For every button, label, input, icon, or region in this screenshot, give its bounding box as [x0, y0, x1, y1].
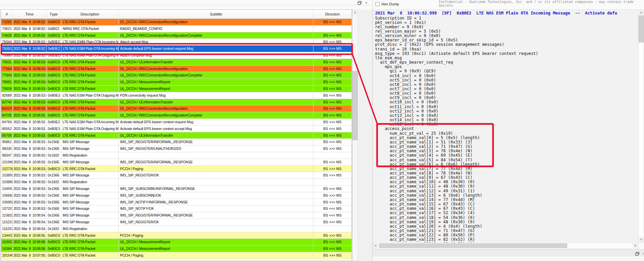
cell-type: 0xB0C0 — [47, 112, 61, 119]
cell-type: 0xB0E3 — [47, 126, 61, 132]
cell-type: 0xB0C0 — [47, 59, 61, 65]
hex-dump-label: Hex Dump — [381, 2, 399, 6]
cell-type: 0xB0C0 — [47, 132, 61, 139]
close-icon[interactable]: × — [364, 1, 369, 5]
cell-time: 2021 Mar 8 10:06:53.016 — [13, 72, 47, 78]
cell-type: 0xB0EC — [47, 39, 61, 45]
log-row[interactable]: 1815402021 Mar 8 10:07:00.2350xB0C0LTE R… — [1, 252, 352, 259]
column-header-type[interactable]: Type — [47, 10, 61, 19]
log-row[interactable]: 790092021 Mar 8 10:06:53.0230xB0C0LTE RR… — [1, 86, 352, 92]
message-detail-content[interactable]: 2021 Mar 8 10:06:52.998 [9F] 0xB0E2 LTE … — [373, 9, 638, 242]
detail-horizontal-scrollbar[interactable]: < > — [373, 243, 638, 249]
log-row[interactable]: 842242021 Mar 8 10:06:53.1300xB0C0LTE RR… — [1, 105, 352, 112]
log-row[interactable]: 1152522021 Mar 8 10:06:54.2790x1832IMS R… — [1, 226, 352, 232]
close-icon[interactable]: × — [642, 252, 644, 256]
cell-direction — [313, 152, 352, 159]
log-row[interactable]: 775642021 Mar 8 10:06:53.0140xB0C0LTE RR… — [1, 66, 352, 72]
column-header-description[interactable]: Description — [61, 10, 119, 19]
log-row[interactable]: 847052021 Mar 8 10:06:53.1320xB0C0LTE RR… — [1, 112, 352, 119]
column-header-subtitle[interactable]: Subtitle — [119, 10, 313, 19]
cell-num: 84224 — [1, 105, 13, 112]
log-row[interactable]: 1027362021 Mar 8 10:06:53.8350xB0C0LTE R… — [1, 166, 352, 172]
cell-subtitle — [119, 226, 313, 232]
cell-description: IMS SIP Message — [61, 145, 119, 152]
cell-direction: BS <<< MS — [313, 59, 352, 65]
log-row[interactable]: 847692021 Mar 8 10:06:53.1330xB0E2LTE NA… — [1, 119, 352, 126]
cell-direction: BS >>> MS — [313, 199, 352, 205]
log-row[interactable]: 1069582021 Mar 8 10:06:53.9950x156EIMS S… — [1, 199, 352, 206]
scroll-down-icon[interactable]: ∨ — [639, 237, 644, 242]
float-window-icon[interactable] — [357, 1, 362, 5]
cell-subtitle: IMS_SIP_REGISTER/OK — [119, 219, 313, 225]
cell-type: 0xB0C0 — [47, 252, 61, 259]
log-row[interactable]: 1344332021 Mar 8 10:06:55.1150xB0C0LTE R… — [1, 232, 352, 239]
cell-type: 0x156E — [47, 172, 61, 178]
cell-type: 0xB821 — [47, 26, 61, 32]
cell-subtitle: IMS_SIP_REGISTER/UNAUTHORIZED — [119, 145, 313, 152]
cell-direction: BS >>> MS — [313, 119, 352, 125]
cell-type: 0xB0E2 — [47, 119, 61, 125]
log-row[interactable]: 958612021 Mar 8 10:06:53.3150x156EIMS SI… — [1, 139, 352, 145]
scroll-up-icon[interactable]: ∧ — [639, 10, 644, 15]
log-vertical-scrollbar[interactable]: ∧ — [352, 9, 358, 261]
log-row[interactable]: 1072012021 Mar 8 10:06:53.9990x156EIMS S… — [1, 205, 352, 212]
log-row[interactable]: 759602021 Mar 8 10:06:53.0040xB0EDLTE NA… — [1, 52, 352, 59]
log-row[interactable]: 827402021 Mar 8 10:06:53.0490xB0C0LTE RR… — [1, 99, 352, 106]
log-scrollbar-thumb[interactable] — [352, 71, 358, 140]
float-window-icon[interactable] — [635, 252, 640, 256]
cell-description: LTE RRC OTA Packet — [61, 252, 119, 259]
log-row[interactable]: 749282021 Mar 8 10:06:52.9970xB0C0LTE RR… — [1, 32, 352, 39]
cell-direction: BS <<< MS — [313, 132, 352, 139]
log-row[interactable]: 736212021 Mar 8 10:06:52.9920xB821NR5G R… — [1, 26, 352, 32]
cell-subtitle: IMS_SIP_REGISTER/INFORMAL_RESPONSE — [119, 159, 313, 165]
log-row-selected[interactable]: 750532021 Mar 8 10:06:52.9980xB0E2LTE NA… — [1, 45, 352, 52]
log-row[interactable]: 1045972021 Mar 8 10:06:53.9490x156EIMS S… — [1, 186, 352, 192]
message-detail-text: Subscription ID = 1 pkt_version = 1 (0x1… — [375, 16, 538, 243]
column-header-num[interactable]: # — [1, 10, 13, 19]
log-row[interactable]: 1639222021 Mar 8 10:06:58.1430xB0C0LTE R… — [1, 239, 352, 246]
column-header-time[interactable]: Time — [13, 10, 47, 19]
cell-num: 103880 — [1, 179, 13, 185]
log-row[interactable]: 1108322021 Mar 8 10:06:54.1150x156EIMS S… — [1, 212, 352, 219]
log-row[interactable]: 1066832021 Mar 8 10:06:53.9920x156EIMS S… — [1, 192, 352, 199]
log-row[interactable]: 779432021 Mar 8 10:06:53.0160xB0C0LTE RR… — [1, 72, 352, 79]
log-row[interactable]: 789812021 Mar 8 10:06:53.0230xB0C0LTE RR… — [1, 79, 352, 86]
cell-description: IMS SIP Message — [61, 186, 119, 192]
log-row[interactable]: 1038592021 Mar 8 10:06:53.9390x156EIMS S… — [1, 172, 352, 179]
cell-description: LTE NAS ESM Plain OTA Incoming Message — [61, 119, 119, 125]
log-row[interactable]: 983302021 Mar 8 10:06:53.5170x156EIMS SI… — [1, 145, 352, 152]
confidential-line2: Secrets — [439, 4, 453, 7]
log-row[interactable]: 732822021 Mar 8 10:06:52.9850xB0C0LTE RR… — [1, 19, 352, 26]
cell-type: 0xB0C0 — [47, 66, 61, 72]
confidential-notice: Confidential - Qualcomm Technologies, In… — [439, 0, 634, 7]
cell-description: LTE RRC OTA Packet — [61, 59, 119, 65]
log-row[interactable]: 1038802021 Mar 8 10:06:53.9390x1832IMS R… — [1, 179, 352, 186]
detail-hscroll-thumb[interactable] — [379, 243, 567, 248]
cell-description: LTE RRC OTA Packet — [61, 79, 119, 85]
log-row[interactable]: 1639472021 Mar 8 10:06:58.1430xB0C0LTE R… — [1, 246, 352, 252]
cell-direction: BS >>> MS — [313, 45, 352, 52]
cell-num: 95861 — [1, 139, 13, 145]
log-row[interactable]: 760312021 Mar 8 10:06:53.0040xB0C0LTE RR… — [1, 59, 352, 66]
log-row[interactable]: 826892021 Mar 8 10:06:53.0480xB0E3LTE NA… — [1, 92, 352, 99]
cell-direction: BS >>> MS — [313, 166, 352, 172]
cell-type: 0xB0C0 — [47, 105, 61, 112]
log-row[interactable]: 855522021 Mar 8 10:06:53.1400xB0E3LTE NA… — [1, 126, 352, 132]
column-header-direction[interactable]: Direction — [313, 10, 352, 19]
detail-vertical-scrollbar[interactable]: ∧ ∨ — [638, 9, 644, 242]
log-row[interactable]: 983472021 Mar 8 10:06:53.5180x1832IMS Re… — [1, 152, 352, 159]
log-row[interactable]: 857062021 Mar 8 10:06:53.1410xB0C0LTE RR… — [1, 132, 352, 139]
log-row[interactable]: 1152312021 Mar 8 10:06:54.2790x156EIMS S… — [1, 219, 352, 226]
cell-time: 2021 Mar 8 10:06:54.279 — [13, 226, 47, 232]
detail-vscroll-thumb[interactable] — [639, 15, 644, 42]
cell-num: 78981 — [1, 79, 13, 85]
scroll-left-icon[interactable]: < — [373, 243, 378, 248]
cell-description: LTE NAS ESM Plain OTA Incoming Message — [61, 45, 119, 52]
scroll-right-icon[interactable]: > — [633, 243, 638, 248]
cell-subtitle: IMS_SIP_SUBSCRIBE/INFORMAL_RESPONSE — [119, 186, 313, 192]
hex-dump-checkbox[interactable] — [375, 2, 379, 6]
cell-direction: BS >>> MS — [313, 19, 352, 25]
log-row[interactable]: 1019982021 Mar 8 10:06:53.7790x156EIMS S… — [1, 159, 352, 166]
scroll-up-icon[interactable]: ∧ — [352, 10, 358, 15]
log-row[interactable]: 750442021 Mar 8 10:06:52.9980xB0ECLTE NA… — [1, 39, 352, 45]
